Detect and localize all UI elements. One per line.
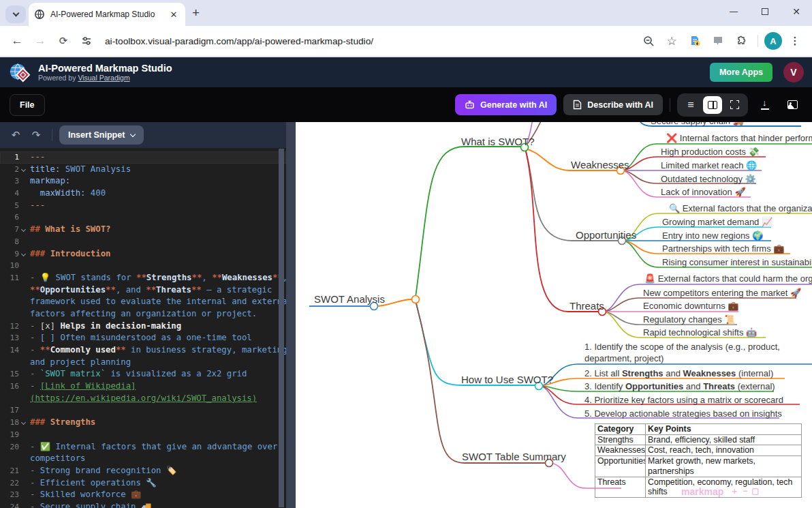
insert-snippet-button[interactable]: Insert Snippet — [59, 125, 144, 145]
editor-line-20[interactable]: 20- ✅ Internal factors that give an adva… — [0, 441, 286, 453]
leaf-step-1[interactable]: 1. Identify the scope of the analysis (e… — [584, 341, 812, 364]
generate-with-ai-button[interactable]: Generate with AI — [455, 94, 557, 115]
leaf-partnerships-tech-firms[interactable]: Partnerships with tech firms 💼 — [662, 243, 785, 254]
visual-paradigm-link[interactable]: Visual Paradigm — [78, 74, 129, 82]
node-threats[interactable]: Threats — [569, 300, 604, 312]
leaf-step-4[interactable]: 4. Prioritize key factors using a matrix… — [584, 395, 783, 405]
leaf-economic-downturns[interactable]: Economic downturns 💼 — [643, 301, 739, 311]
editor-line-7[interactable]: 7## What is SWOT? — [0, 224, 286, 236]
leaf-step-5[interactable]: 5. Develop actionable strategies based o… — [584, 408, 782, 419]
node-opportunities[interactable]: Opportunities — [576, 229, 636, 241]
file-menu-button[interactable]: File — [10, 94, 45, 116]
leaf-opp-intro[interactable]: 🔍 External factors that the organizatio — [669, 203, 812, 213]
swot-summary-table[interactable]: CategoryKey PointsStrengthsBrand, effici… — [595, 423, 802, 498]
tab-search-button[interactable] — [5, 5, 26, 23]
markmap-canvas[interactable]: markmap ＋−▢ CategoryKey PointsStrengthsB… — [296, 122, 812, 508]
node-swot-table-summary[interactable]: SWOT Table Summary — [462, 451, 566, 462]
zoom-out-icon[interactable] — [638, 31, 659, 51]
more-apps-button[interactable]: More Apps — [710, 63, 772, 82]
leaf-secure-supply-chain[interactable]: Secure supply chain 🚚 — [651, 122, 744, 126]
describe-with-ai-button[interactable]: Describe with AI — [563, 94, 663, 115]
editor-line-24[interactable]: 24- Secure supply chain 🚚 — [0, 501, 286, 508]
editor-line-wrap-17[interactable]: and project planning — [0, 357, 286, 369]
download-button[interactable] — [755, 95, 775, 115]
editor-line-11[interactable]: 11- 💡 SWOT stands for **Strengths**, **W… — [0, 272, 286, 284]
leaf-limited-market-reach[interactable]: Limited market reach 🌐 — [661, 160, 757, 170]
editor-line-15[interactable]: 15- `SWOT matrix` is visualized as a 2x2… — [0, 368, 286, 380]
fold-chevron-icon[interactable] — [19, 417, 28, 424]
window-maximize-button[interactable] — [749, 0, 781, 23]
node-weaknesses[interactable]: Weaknesses — [571, 159, 629, 170]
editor-line-wrap-12[interactable]: framework used to evaluate the internal … — [0, 296, 286, 308]
editor-line-6[interactable]: 6 — [0, 211, 286, 224]
window-minimize-button[interactable]: — — [718, 0, 749, 23]
editor-line-wrap-20[interactable]: (https://en.wikipedia.org/wiki/SWOT_anal… — [0, 393, 286, 405]
browser-profile-avatar[interactable]: A — [764, 32, 782, 50]
map-node-circle[interactable] — [412, 296, 420, 303]
editor-line-1[interactable]: 1--- — [0, 151, 286, 164]
fold-chevron-icon[interactable] — [19, 248, 28, 256]
split-view-button[interactable] — [703, 96, 722, 114]
new-tab-button[interactable]: + — [192, 5, 200, 20]
editor-line-17[interactable]: 17 — [0, 404, 286, 417]
leaf-threat-intro[interactable]: 🚨 External factors that could harm the o… — [644, 273, 812, 284]
editor-line-13[interactable]: 13- [ ] Often misunderstood as a one-tim… — [0, 332, 286, 344]
node-root[interactable]: SWOT Analysis — [314, 293, 385, 305]
editor-line-5[interactable]: 5--- — [0, 200, 286, 212]
url-bar[interactable]: ai-toolbox.visual-paradigm.com/app/ai-po… — [105, 36, 636, 46]
browser-menu-kebab-icon[interactable]: ⋮ — [785, 31, 805, 51]
tab-close-icon[interactable]: ✕ — [168, 8, 180, 20]
editor-line-10[interactable]: 10 — [0, 260, 286, 272]
leaf-rising-consumer-interest[interactable]: Rising consumer interest in sustainabili — [662, 257, 812, 267]
fold-chevron-icon[interactable] — [19, 164, 28, 171]
site-settings-icon[interactable] — [76, 31, 97, 51]
leaf-regulatory-changes[interactable]: Regulatory changes 📜 — [643, 314, 735, 325]
editor-line-4[interactable]: 4 maxWidth: 400 — [0, 188, 286, 200]
editor-line-wrap-11[interactable]: **Opportunities**, and **Threats** — a s… — [0, 284, 286, 297]
editor-line-12[interactable]: 12- [x] Helps in decision-making — [0, 320, 286, 333]
editor-line-18[interactable]: 18### Strengths — [0, 417, 286, 429]
redo-button[interactable]: ↷ — [27, 129, 45, 141]
fold-chevron-icon[interactable] — [19, 224, 28, 231]
editor-line-wrap-13[interactable]: factors affecting an organization or pro… — [0, 308, 286, 320]
back-button[interactable]: ← — [7, 31, 27, 51]
leaf-growing-market-demand[interactable]: Growing market demand 📈 — [662, 217, 772, 227]
node-what-is-swot[interactable]: What is SWOT? — [461, 136, 535, 147]
leaf-entry-new-regions[interactable]: Entry into new regions 🌍 — [662, 230, 763, 241]
editor-scrollbar[interactable] — [279, 149, 284, 507]
editor-line-2[interactable]: 2title: SWOT Analysis — [0, 164, 286, 176]
editor-line-14[interactable]: 14- **Commonly used** in business strate… — [0, 344, 286, 357]
bookmark-star-icon[interactable]: ☆ — [661, 31, 682, 51]
editor-line-21[interactable]: 21- Strong brand recognition 🏷️ — [0, 465, 286, 477]
editor-line-8[interactable]: 8 — [0, 236, 286, 248]
leaf-outdated-technology[interactable]: Outdated technology ⚙️ — [661, 174, 756, 184]
leaf-high-production-costs[interactable]: High production costs 💸 — [661, 147, 760, 157]
forward-button[interactable]: → — [30, 31, 50, 51]
reload-button[interactable]: ⟳ — [53, 31, 74, 51]
editor-line-22[interactable]: 22- Efficient operations 🔧 — [0, 477, 286, 490]
editor-line-9[interactable]: 9### Introduction — [0, 248, 286, 260]
editor-line-23[interactable]: 23- Skilled workforce 💼 — [0, 489, 286, 501]
window-close-button[interactable]: ✕ — [781, 0, 812, 23]
leaf-rapid-tech-shifts[interactable]: Rapid technological shifts 🤖 — [643, 327, 757, 338]
leaf-new-competitors[interactable]: New competitors entering the market 🚀 — [643, 288, 801, 298]
node-how-to-use-swot[interactable]: How to Use SWOT? — [461, 374, 553, 385]
leaf-weak-intro[interactable]: ❌ Internal factors that hinder performa — [666, 133, 812, 143]
extensions-puzzle-icon[interactable] — [731, 31, 751, 51]
leaf-step-3[interactable]: 3. Identify Opportunities and Threats (e… — [584, 381, 775, 391]
leaf-lack-of-innovation[interactable]: Lack of innovation 🚀 — [661, 187, 746, 197]
user-avatar[interactable]: V — [783, 62, 804, 83]
export-image-button[interactable] — [782, 95, 802, 115]
leaf-step-2[interactable]: 2. List all Strengths and Weaknesses (in… — [584, 368, 773, 378]
fullscreen-view-button[interactable] — [725, 96, 744, 114]
browser-tab[interactable]: AI-Powered Markmap Studio ✕ — [29, 3, 185, 26]
editor-line-16[interactable]: 16- [Link of Wikipedia] — [0, 380, 286, 393]
undo-button[interactable]: ↶ — [7, 129, 25, 141]
editor-line-3[interactable]: 3markmap: — [0, 175, 286, 188]
markdown-editor[interactable]: 1---2title: SWOT Analysis3markmap:4 maxW… — [0, 148, 286, 508]
editor-only-view-button[interactable]: ≡ — [681, 96, 700, 114]
editor-line-wrap-25[interactable]: competitors — [0, 453, 286, 465]
feedback-flag-icon[interactable] — [708, 31, 728, 51]
editor-line-19[interactable]: 19 — [0, 429, 286, 441]
extension-doc-icon[interactable] — [685, 31, 705, 51]
